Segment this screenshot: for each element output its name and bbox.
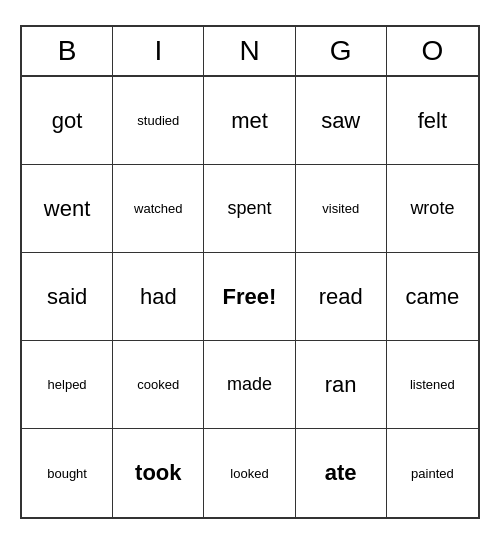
bingo-cell: took xyxy=(113,429,204,517)
cell-text: said xyxy=(47,284,87,310)
bingo-cell: made xyxy=(204,341,295,429)
cell-text: made xyxy=(227,374,272,395)
cell-text: helped xyxy=(48,377,87,392)
bingo-cell: came xyxy=(387,253,478,341)
header-letter: N xyxy=(204,27,295,75)
cell-text: took xyxy=(135,460,181,486)
cell-text: studied xyxy=(137,113,179,128)
bingo-cell: went xyxy=(22,165,113,253)
bingo-header: BINGO xyxy=(22,27,478,77)
cell-text: felt xyxy=(418,108,447,134)
header-letter: O xyxy=(387,27,478,75)
cell-text: cooked xyxy=(137,377,179,392)
bingo-cell: said xyxy=(22,253,113,341)
cell-text: went xyxy=(44,196,90,222)
bingo-cell: listened xyxy=(387,341,478,429)
bingo-cell: read xyxy=(296,253,387,341)
bingo-cell: bought xyxy=(22,429,113,517)
cell-text: looked xyxy=(230,466,268,481)
cell-text: listened xyxy=(410,377,455,392)
cell-text: ate xyxy=(325,460,357,486)
bingo-cell: wrote xyxy=(387,165,478,253)
bingo-card: BINGO gotstudiedmetsawfeltwentwatchedspe… xyxy=(20,25,480,519)
bingo-cell: cooked xyxy=(113,341,204,429)
cell-text: visited xyxy=(322,201,359,216)
cell-text: watched xyxy=(134,201,182,216)
bingo-cell: spent xyxy=(204,165,295,253)
bingo-cell: visited xyxy=(296,165,387,253)
cell-text: ran xyxy=(325,372,357,398)
bingo-cell: had xyxy=(113,253,204,341)
bingo-cell: looked xyxy=(204,429,295,517)
cell-text: spent xyxy=(227,198,271,219)
bingo-cell: Free! xyxy=(204,253,295,341)
header-letter: I xyxy=(113,27,204,75)
cell-text: painted xyxy=(411,466,454,481)
cell-text: wrote xyxy=(410,198,454,219)
bingo-cell: helped xyxy=(22,341,113,429)
cell-text: had xyxy=(140,284,177,310)
header-letter: G xyxy=(296,27,387,75)
bingo-cell: met xyxy=(204,77,295,165)
bingo-grid: gotstudiedmetsawfeltwentwatchedspentvisi… xyxy=(22,77,478,517)
bingo-cell: studied xyxy=(113,77,204,165)
bingo-cell: ran xyxy=(296,341,387,429)
bingo-cell: watched xyxy=(113,165,204,253)
cell-text: got xyxy=(52,108,83,134)
cell-text: met xyxy=(231,108,268,134)
bingo-cell: got xyxy=(22,77,113,165)
header-letter: B xyxy=(22,27,113,75)
cell-text: saw xyxy=(321,108,360,134)
cell-text: Free! xyxy=(223,284,277,310)
bingo-cell: saw xyxy=(296,77,387,165)
bingo-cell: ate xyxy=(296,429,387,517)
cell-text: came xyxy=(405,284,459,310)
cell-text: read xyxy=(319,284,363,310)
bingo-cell: painted xyxy=(387,429,478,517)
bingo-cell: felt xyxy=(387,77,478,165)
cell-text: bought xyxy=(47,466,87,481)
